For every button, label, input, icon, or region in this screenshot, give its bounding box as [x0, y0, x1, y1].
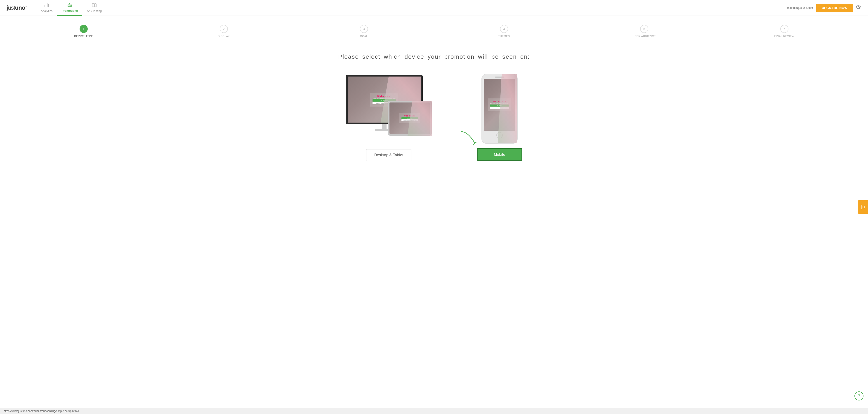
- step-label-6: FINAL REVIEW: [774, 35, 794, 37]
- tablet-screen: WELCOME! OF COURSE! Thanks, I'll Keep Pa…: [390, 102, 430, 134]
- svg-rect-1: [46, 4, 46, 7]
- step-circle-4[interactable]: 4: [500, 25, 508, 33]
- nav-analytics-label: Analytics: [41, 9, 53, 13]
- status-bar: https://www.justuno.com/admin/onboarding…: [0, 408, 868, 414]
- monitor-stand-neck: [382, 125, 386, 129]
- step-4: 4 THEMES: [434, 25, 574, 37]
- page-heading: Please select which device your promotio…: [0, 53, 868, 60]
- step-2: 2 DISPLAY: [154, 25, 294, 37]
- step-6: 6 FINAL REVIEW: [714, 25, 855, 37]
- tulip-decoration-phone: [498, 79, 515, 131]
- side-badge[interactable]: ju: [858, 200, 868, 214]
- mobile-group: WELCOME! Want to save money while you sh…: [477, 74, 522, 161]
- nav-promotions[interactable]: Promotions: [57, 0, 82, 16]
- svg-marker-10: [473, 142, 476, 145]
- tablet: WELCOME! OF COURSE! Thanks, I'll Keep Pa…: [388, 101, 432, 136]
- svg-rect-3: [48, 4, 49, 7]
- phone: WELCOME! Want to save money while you sh…: [482, 74, 518, 144]
- mobile-button[interactable]: Mobile: [477, 148, 522, 161]
- help-button[interactable]: ?: [855, 391, 864, 401]
- step-label-3: GOAL: [360, 35, 368, 37]
- device-selection: WELCOME! Want to save money while you sh…: [0, 74, 868, 161]
- nav-ab-testing[interactable]: A/B Testing: [82, 0, 106, 16]
- header-right: matt.m@justuno.com UPGRADE NOW: [787, 4, 861, 12]
- analytics-icon: [44, 3, 49, 8]
- step-circle-1[interactable]: 1: [80, 25, 88, 33]
- stepper: 1 DEVICE TYPE 2 DISPLAY 3 GOAL 4 THEMES …: [0, 16, 868, 42]
- step-circle-2[interactable]: 2: [220, 25, 228, 33]
- arrow-svg: [459, 129, 482, 147]
- main-content: 1 DEVICE TYPE 2 DISPLAY 3 GOAL 4 THEMES …: [0, 16, 868, 414]
- logo[interactable]: justuno™: [7, 4, 27, 11]
- nav-analytics[interactable]: Analytics: [36, 0, 57, 16]
- upgrade-button[interactable]: UPGRADE NOW: [816, 4, 853, 12]
- step-circle-6[interactable]: 6: [780, 25, 788, 33]
- svg-rect-2: [47, 3, 48, 7]
- svg-rect-6: [94, 4, 96, 7]
- promotions-icon: [67, 3, 72, 8]
- step-5: 5 USER AUDIENCE: [574, 25, 714, 37]
- nav-ab-testing-label: A/B Testing: [87, 9, 102, 13]
- tulip-decoration-tablet: [408, 102, 430, 134]
- svg-point-9: [858, 6, 860, 8]
- step-label-4: THEMES: [498, 35, 510, 37]
- step-label-1: DEVICE TYPE: [74, 35, 93, 37]
- header: justuno™ Analytics Promotions A/B Testin…: [0, 0, 868, 16]
- main-nav: Analytics Promotions A/B Testing: [36, 0, 787, 16]
- svg-rect-0: [44, 5, 45, 7]
- phone-screen: WELCOME! Want to save money while you sh…: [484, 79, 515, 131]
- status-url: https://www.justuno.com/admin/onboarding…: [4, 410, 79, 413]
- desktop-tablet-mockup: WELCOME! Want to save money while you sh…: [346, 75, 432, 142]
- desktop-tablet-group: WELCOME! Want to save money while you sh…: [346, 75, 432, 161]
- step-1: 1 DEVICE TYPE: [13, 25, 154, 37]
- step-label-5: USER AUDIENCE: [633, 35, 656, 37]
- ab-testing-icon: [92, 3, 96, 8]
- arrow-container: [459, 129, 482, 147]
- desktop-tablet-button[interactable]: Desktop & Tablet: [366, 149, 411, 161]
- settings-icon[interactable]: [856, 5, 861, 11]
- user-email: matt.m@justuno.com: [787, 6, 813, 9]
- step-circle-3[interactable]: 3: [360, 25, 368, 33]
- step-3: 3 GOAL: [294, 25, 434, 37]
- step-label-2: DISPLAY: [218, 35, 230, 37]
- step-circle-5[interactable]: 5: [640, 25, 648, 33]
- nav-promotions-label: Promotions: [61, 9, 78, 12]
